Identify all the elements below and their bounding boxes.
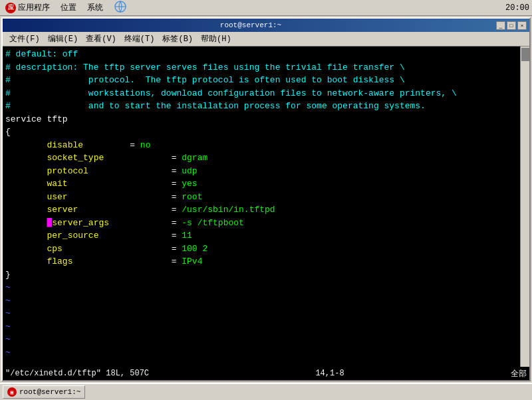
line-15: per_source = 11 [5, 231, 192, 241]
close-button[interactable]: × [517, 21, 527, 30]
line-14: █server_args = -s /tftpboot [5, 218, 244, 228]
app-icon: 应 [5, 3, 16, 13]
line-20: ~ [5, 296, 11, 306]
line-18: } [5, 270, 11, 280]
network-icon-area [114, 1, 127, 15]
terminal-title-text: root@server1:~ [5, 21, 496, 29]
system-label: 系统 [87, 2, 103, 13]
view-mode: 全部 [511, 368, 527, 379]
maximize-button[interactable]: □ [507, 21, 516, 30]
terminal-task-label: root@server1:~ [19, 388, 80, 396]
line-22: ~ [5, 322, 11, 332]
code-content[interactable]: # default: off # description: The tftp s… [3, 47, 520, 367]
line-4: # workstations, download configuration f… [5, 88, 457, 98]
line-21: ~ [5, 308, 11, 318]
taskbar-bottom: ▣ root@server1:~ [0, 383, 532, 400]
status-bar: "/etc/xinetd.d/tftp" 18L, 507C 14,1-8 全部 [3, 367, 529, 380]
line-23: ~ [5, 334, 11, 344]
places-label: 位置 [61, 2, 76, 13]
line-19: ~ [5, 282, 11, 292]
line-11: wait = yes [5, 179, 198, 189]
scrollbar-thumb[interactable] [521, 48, 529, 61]
terminal-task-button[interactable]: ▣ root@server1:~ [3, 385, 85, 399]
menu-help[interactable]: 帮助(H) [197, 32, 235, 46]
vertical-scrollbar[interactable] [520, 47, 529, 367]
app-label: 应用程序 [18, 2, 50, 13]
line-12: user = root [5, 192, 202, 202]
menu-file[interactable]: 文件(F) [5, 32, 44, 46]
terminal-title-bar: root@server1:~ _ □ × [3, 19, 529, 32]
line-7: { [5, 127, 11, 137]
system-taskbar: 应 应用程序 位置 系统 20:00 [0, 0, 532, 16]
menu-bar: 文件(F) 编辑(E) 查看(V) 终端(T) 标签(B) 帮助(H) [3, 32, 529, 47]
menu-terminal[interactable]: 终端(T) [120, 32, 159, 46]
app-menu[interactable]: 应 应用程序 [3, 2, 53, 13]
file-info: "/etc/xinetd.d/tftp" 18L, 507C [5, 369, 149, 378]
line-9: socket_type = dgram [5, 153, 207, 163]
line-1: # default: off [5, 49, 78, 59]
minimize-button[interactable]: _ [496, 21, 505, 30]
menu-view[interactable]: 查看(V) [82, 32, 120, 46]
line-2: # description: The tftp server serves fi… [5, 62, 405, 72]
clock: 20:00 [505, 3, 529, 13]
line-8: disable = no [5, 140, 150, 150]
line-24: ~ [5, 348, 11, 357]
terminal-task-icon: ▣ [7, 387, 17, 397]
line-17: flags = IPv4 [5, 256, 202, 266]
line-3: # protocol. The tftp protocol is often u… [5, 75, 405, 85]
line-6: service tftp [5, 114, 68, 124]
terminal-control-buttons[interactable]: _ □ × [496, 21, 527, 30]
editor-area: # default: off # description: The tftp s… [3, 47, 529, 367]
terminal-window: root@server1:~ _ □ × 文件(F) 编辑(E) 查看(V) 终… [1, 17, 531, 381]
network-icon [114, 1, 127, 13]
line-10: protocol = udp [5, 166, 198, 176]
places-menu[interactable]: 位置 [58, 2, 79, 13]
system-menu[interactable]: 系统 [84, 2, 106, 13]
cursor-position: 14,1-8 [315, 369, 344, 378]
menu-tabs[interactable]: 标签(B) [158, 32, 197, 46]
line-13: server = /usr/sbin/in.tftpd [5, 205, 275, 215]
menu-edit[interactable]: 编辑(E) [44, 32, 82, 46]
line-5: # and to start the installation process … [5, 101, 426, 111]
line-16: cps = 100 2 [5, 244, 207, 254]
